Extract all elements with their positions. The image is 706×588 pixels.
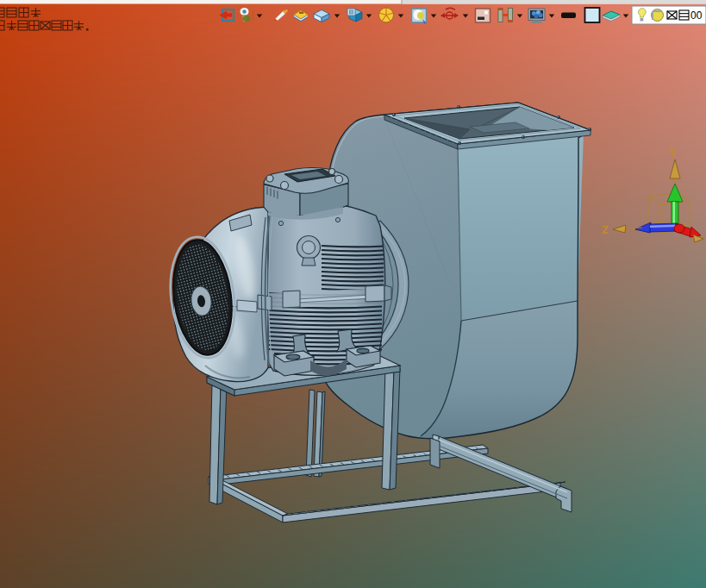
svg-text:00: 00 [690,9,703,22]
svg-text:Y: Y [669,146,678,160]
svg-text:Z: Z [602,223,609,236]
